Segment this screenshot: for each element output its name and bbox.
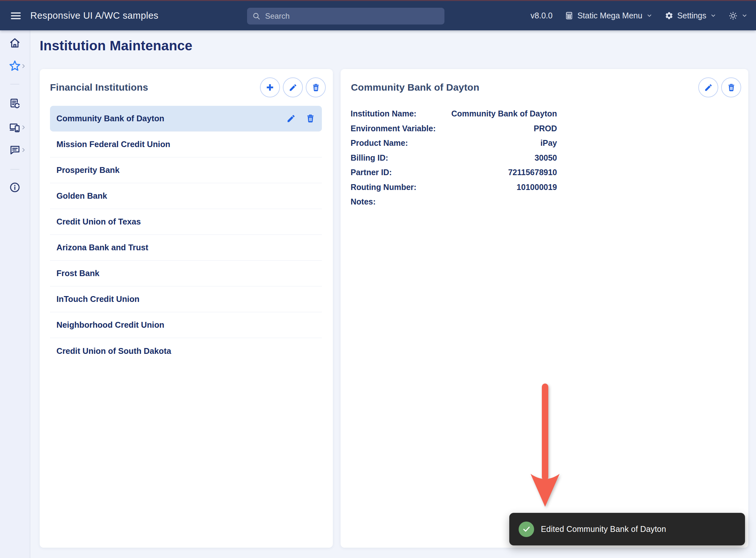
app-title: Responsive UI A/WC samples <box>30 10 158 21</box>
page-title: Institution Maintenance <box>40 38 193 54</box>
annotation-arrow <box>527 382 563 509</box>
list-item[interactable]: InTouch Credit Union <box>50 286 322 312</box>
field-value: 101000019 <box>417 180 557 195</box>
chevron-down-icon <box>646 12 653 19</box>
detail-row: Product Name:iPay <box>351 136 557 151</box>
sidebar-item-messages[interactable] <box>0 144 30 156</box>
field-value: 30050 <box>388 151 557 166</box>
list-item[interactable]: Community Bank of Dayton <box>50 106 322 132</box>
chevron-down-icon <box>710 12 716 19</box>
institution-name: Credit Union of South Dakota <box>56 347 171 356</box>
static-mega-menu-button[interactable]: Static Mega Menu <box>565 11 653 20</box>
list-item[interactable]: Golden Bank <box>50 183 322 209</box>
institutions-list: Community Bank of Dayton Mission Federal… <box>50 106 322 364</box>
sidebar-item-favorites[interactable] <box>0 60 30 72</box>
toast-message: Edited Community Bank of Dayton <box>541 525 666 534</box>
detail-row: Environment Variable:PROD <box>351 121 557 136</box>
details-title: Community Bank of Dayton <box>351 82 479 93</box>
institution-name: Community Bank of Dayton <box>56 114 164 123</box>
topbar: Responsive UI A/WC samples v8.0.0 Static… <box>0 0 756 30</box>
mega-menu-icon <box>565 11 574 20</box>
detail-row: Notes: <box>351 195 557 209</box>
detail-row: Billing ID:30050 <box>351 151 557 166</box>
institution-name: Mission Federal Credit Union <box>56 140 170 149</box>
field-label: Product Name: <box>351 136 408 151</box>
mega-menu-label: Static Mega Menu <box>577 11 642 20</box>
devices-icon <box>9 122 21 133</box>
detail-row: Partner ID:72115678910 <box>351 165 557 180</box>
search-icon <box>252 12 260 20</box>
detail-row: Institution Name:Community Bank of Dayto… <box>351 106 557 121</box>
list-item[interactable]: Prosperity Bank <box>50 157 322 183</box>
sidebar-item-audit-log[interactable] <box>0 97 30 110</box>
field-label: Notes: <box>351 195 376 209</box>
gear-icon <box>665 11 674 20</box>
star-icon <box>9 60 21 72</box>
field-label: Routing Number: <box>351 180 417 195</box>
financial-institutions-panel: Financial Institutions Community Bank of… <box>40 69 333 548</box>
chevron-right-icon <box>20 147 27 153</box>
trash-icon <box>727 83 736 92</box>
pencil-icon <box>289 83 297 92</box>
theme-toggle-button[interactable] <box>729 11 748 20</box>
sidebar-item-info[interactable] <box>0 181 30 194</box>
search-input[interactable] <box>265 11 439 21</box>
chevron-right-icon <box>20 63 27 69</box>
institution-name: Frost Bank <box>56 269 99 278</box>
list-item[interactable]: Arizona Bank and Trust <box>50 235 322 261</box>
topbar-right: v8.0.0 Static Mega Menu Settings <box>531 11 748 20</box>
field-label: Partner ID: <box>351 165 392 180</box>
row-delete-icon[interactable] <box>305 113 316 124</box>
list-item[interactable]: Credit Union of Texas <box>50 209 322 235</box>
info-icon <box>9 182 21 193</box>
list-item[interactable]: Mission Federal Credit Union <box>50 132 322 157</box>
list-item[interactable]: Frost Bank <box>50 261 322 286</box>
plus-icon <box>266 83 275 92</box>
details-actions <box>698 77 741 97</box>
success-check-icon <box>519 522 534 537</box>
sidebar-divider <box>10 84 19 84</box>
version-label: v8.0.0 <box>531 11 553 20</box>
field-value: Community Bank of Dayton <box>417 106 557 121</box>
field-label: Institution Name: <box>351 106 417 121</box>
edit-institution-button[interactable] <box>283 77 303 97</box>
institution-name: Neighborhood Credit Union <box>56 320 164 330</box>
list-item[interactable]: Neighborhood Credit Union <box>50 312 322 338</box>
chevron-down-icon <box>741 12 748 19</box>
field-label: Environment Variable: <box>351 121 436 136</box>
field-value: PROD <box>436 121 557 136</box>
trash-icon <box>311 83 320 92</box>
institution-name: Credit Union of Texas <box>56 217 141 226</box>
hamburger-menu-icon[interactable] <box>8 8 23 23</box>
field-value <box>376 195 557 209</box>
app-window: Responsive UI A/WC samples v8.0.0 Static… <box>0 0 756 558</box>
details-fields: Institution Name:Community Bank of Dayto… <box>351 106 557 209</box>
field-value: iPay <box>408 136 557 151</box>
institution-name: Prosperity Bank <box>56 166 120 175</box>
search-box[interactable] <box>247 8 445 25</box>
delete-institution-button[interactable] <box>306 77 326 97</box>
add-institution-button[interactable] <box>260 77 280 97</box>
edit-details-button[interactable] <box>698 77 718 97</box>
row-edit-icon[interactable] <box>286 113 296 124</box>
sun-icon <box>729 11 738 20</box>
delete-details-button[interactable] <box>721 77 741 97</box>
field-label: Billing ID: <box>351 151 388 166</box>
institution-name: Golden Bank <box>56 191 107 201</box>
panel-title: Financial Institutions <box>50 82 148 93</box>
toast-notification: Edited Community Bank of Dayton <box>509 513 745 546</box>
panel-actions <box>260 77 326 97</box>
sidebar-item-devices[interactable] <box>0 121 30 133</box>
chevron-right-icon <box>20 124 27 131</box>
document-refresh-icon <box>9 98 21 109</box>
settings-label: Settings <box>677 11 706 20</box>
list-item[interactable]: Credit Union of South Dakota <box>50 338 322 364</box>
home-icon <box>9 37 21 49</box>
institution-name: Arizona Bank and Trust <box>56 243 148 252</box>
detail-row: Routing Number:101000019 <box>351 180 557 195</box>
sidebar-item-home[interactable] <box>0 37 30 49</box>
sidebar-divider <box>10 169 19 170</box>
chat-icon <box>9 144 21 156</box>
settings-button[interactable]: Settings <box>665 11 716 20</box>
field-value: 72115678910 <box>392 165 557 180</box>
